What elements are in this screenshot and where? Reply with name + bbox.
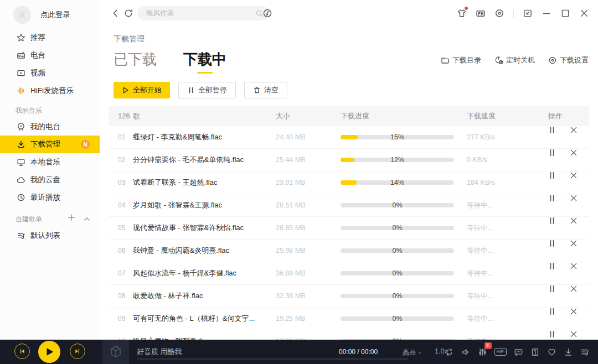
table-row[interactable]: 07 风起似水流年 - 杨千嬅&李健.flac 36.89 MB 0% 等待中.… [109, 262, 589, 285]
download-table-body: 01 红绿灯 - 李克勤&周笔畅.flac 24.40 MB 15% 277 K… [109, 126, 589, 340]
playlist-icon [17, 231, 25, 240]
new-count-badge: N [81, 140, 90, 149]
pause-all-button[interactable]: 全部暂停 [178, 82, 236, 98]
pause-row-icon[interactable] [548, 240, 556, 247]
delete-row-icon[interactable] [570, 171, 578, 179]
hifi-quality-icon[interactable]: HiFi [494, 348, 507, 356]
start-all-button[interactable]: 全部开始 [114, 82, 170, 98]
delete-row-icon[interactable] [570, 285, 578, 293]
delete-row-icon[interactable] [570, 217, 578, 225]
file-size: 23.91 MB [276, 171, 306, 194]
download-folder-button[interactable]: 下载目录 [441, 55, 481, 65]
album-art[interactable] [102, 340, 129, 364]
delete-row-icon[interactable] [570, 194, 578, 202]
table-row[interactable]: 05 现代爱情故事 - 张智霖&许秋怡.flac 28.85 MB 0% 等待中… [109, 217, 589, 240]
close-icon[interactable] [579, 8, 589, 18]
pause-row-icon[interactable] [548, 149, 556, 157]
table-row[interactable]: 04 岁月如歌 - 张智霖&王源.flac 28.51 MB 0% 等待中... [109, 194, 589, 217]
download-song-icon[interactable] [564, 347, 573, 357]
minimize-icon[interactable] [542, 8, 551, 18]
table-row[interactable]: 01 红绿灯 - 李克勤&周笔畅.flac 24.40 MB 15% 277 K… [109, 126, 589, 149]
sidebar-item-label: 本地音乐 [30, 157, 60, 167]
sidebar-item-hifi[interactable]: HiFi发烧音乐 [0, 82, 100, 100]
sidebar-item-download-manager[interactable]: 下载管理 N [0, 136, 100, 153]
avatar[interactable] [13, 6, 31, 24]
mini-mode-icon[interactable] [523, 8, 533, 18]
delete-row-icon[interactable] [570, 308, 578, 315]
pause-row-icon[interactable] [548, 285, 556, 293]
collapse-playlists-icon[interactable] [83, 215, 91, 223]
clear-all-button[interactable]: 清空 [244, 82, 287, 98]
pause-row-icon[interactable] [548, 171, 556, 179]
fm-icon[interactable] [476, 8, 486, 18]
song-recognition-icon[interactable] [262, 8, 272, 18]
sidebar-item-my-radio[interactable]: 我的电台 [0, 118, 100, 136]
settings-gear-icon[interactable] [494, 8, 504, 18]
sidebar-item-video[interactable]: 视频 [0, 64, 100, 82]
pause-row-icon[interactable] [548, 217, 556, 225]
sidebar-item-cloud-disk[interactable]: 我的云盘 [0, 171, 100, 189]
trash-icon [253, 86, 261, 94]
song-name: 分分钟需要你 - 毛不易&单依纯.flac [133, 149, 244, 171]
favorite-heart-icon[interactable] [547, 347, 556, 357]
delete-row-icon[interactable] [570, 149, 578, 157]
tab-downloaded[interactable]: 已下载 [114, 50, 157, 74]
sidebar-item-local-music[interactable]: 本地音乐 [0, 153, 100, 171]
seek-bar[interactable] [137, 358, 408, 360]
quality-selector[interactable]: 高品 [403, 348, 422, 357]
table-row[interactable]: 03 试着断了联系 - 王超然.flac 23.91 MB 14% 184 KB… [109, 171, 589, 194]
sidebar-item-recent-play[interactable]: 最近播放 [0, 189, 100, 206]
volume-icon[interactable] [461, 347, 471, 357]
row-index: 01 [118, 126, 125, 148]
progress-cell: 0% [341, 240, 454, 262]
search-input[interactable] [145, 9, 255, 18]
previous-track-button[interactable] [14, 344, 30, 359]
progress-label: 0% [341, 217, 454, 239]
next-track-button[interactable] [70, 344, 85, 359]
sound-effects-icon[interactable]: 新 [478, 347, 487, 357]
sidebar-item-radio[interactable]: 电台 [0, 46, 100, 64]
table-row[interactable]: 02 分分钟需要你 - 毛不易&单依纯.flac 25.44 MB 12% 0 … [109, 149, 589, 171]
refresh-icon[interactable] [123, 8, 133, 18]
play-history-icon[interactable] [530, 347, 540, 357]
add-playlist-icon[interactable] [67, 213, 76, 222]
progress-cell: 15% [341, 126, 454, 148]
progress-label: 0% [341, 240, 454, 262]
sidebar-item-label: 我的电台 [30, 122, 60, 132]
progress-cell: 0% [341, 285, 454, 307]
table-header: 126 歌名 大小 下载进度 下载速度 操作 [109, 106, 589, 126]
login-button[interactable]: 点此登录 [13, 6, 70, 24]
scheduled-shutdown-button[interactable]: 定时关机 [494, 55, 535, 65]
delete-row-icon[interactable] [570, 262, 578, 270]
download-settings-button[interactable]: 下载设置 [548, 55, 589, 65]
progress-cell: 0% [341, 262, 454, 284]
table-row[interactable]: 09 可有可无的角色 - L（桃籽）&何文宇... 19.25 MB 0% 等待… [109, 308, 589, 330]
play-mode-icon[interactable] [445, 347, 454, 357]
sidebar-item-recommend[interactable]: 推荐 [0, 29, 100, 46]
pause-row-icon[interactable] [548, 194, 556, 202]
skin-theme-icon[interactable] [457, 8, 467, 18]
table-row[interactable]: 10 晚风心里吹 - 阿梨粤.flac 17.26 MB 0% 等待中... [109, 330, 589, 340]
progress-cell: 0% [341, 194, 454, 216]
tab-downloading[interactable]: 下载中 [183, 50, 226, 74]
sidebar-item-default-playlist[interactable]: 默认列表 [0, 227, 100, 245]
back-icon[interactable] [111, 8, 121, 18]
progress-label: 0% [341, 194, 454, 216]
desktop-lyrics-icon[interactable] [514, 347, 523, 357]
pause-row-icon[interactable] [548, 126, 556, 134]
delete-row-icon[interactable] [570, 330, 578, 338]
play-button[interactable] [38, 341, 60, 363]
delete-row-icon[interactable] [570, 126, 578, 134]
header-name[interactable]: 歌名 [133, 106, 138, 126]
table-row[interactable]: 08 敢爱敢做 - 林子祥.flac 32.38 MB 0% 等待中... [109, 285, 589, 308]
pause-row-icon[interactable] [548, 308, 556, 315]
pause-row-icon[interactable] [548, 330, 556, 338]
file-size: 36.89 MB [276, 262, 306, 284]
delete-row-icon[interactable] [570, 240, 578, 247]
pause-row-icon[interactable] [548, 262, 556, 270]
play-queue-icon[interactable] [580, 347, 590, 357]
header-progress: 下载进度 [341, 106, 369, 126]
table-row[interactable]: 06 我钟意 - 魔动闪霸&炎明熹.flac 25.98 MB 0% 等待中..… [109, 240, 589, 262]
current-song-title[interactable]: 好音质 用酷我 [137, 347, 182, 357]
maximize-icon[interactable] [560, 8, 570, 18]
